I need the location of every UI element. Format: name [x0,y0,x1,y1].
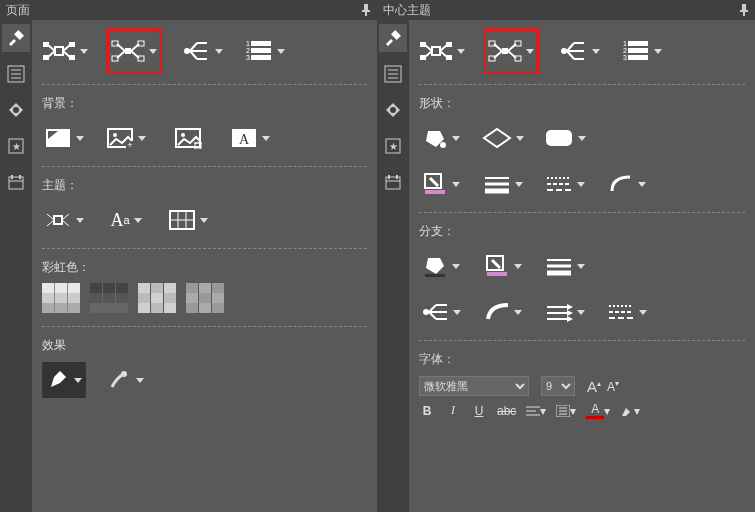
tab-brush[interactable] [379,24,407,52]
layout-map-btn[interactable] [42,33,88,69]
svg-text:1: 1 [246,40,250,47]
theme-layout-btn[interactable] [42,202,86,238]
svg-line-61 [47,220,54,226]
layout-tree-btn[interactable] [180,33,224,69]
svg-line-63 [62,220,69,226]
svg-point-141 [561,48,567,54]
effect-pen-btn[interactable] [42,362,86,398]
tab-paint[interactable] [379,96,407,124]
bg-color-btn[interactable] [42,120,86,156]
svg-rect-89 [151,283,163,293]
rainbow-1[interactable] [42,284,80,312]
svg-rect-2 [365,12,367,16]
svg-rect-107 [742,4,746,11]
background-row: + A [42,120,367,156]
svg-rect-129 [446,42,452,47]
branch-style-btn[interactable] [419,294,463,330]
fill-color-btn[interactable] [419,120,463,156]
tab-star[interactable]: ★ [379,132,407,160]
corner-btn[interactable] [605,166,649,202]
tab-star[interactable]: ★ [2,132,30,160]
rainbow-3[interactable] [138,284,176,312]
branch-border-btn[interactable] [481,248,525,284]
theme-palette-btn[interactable] [166,202,210,238]
font-size-select[interactable]: 9 [541,376,575,396]
titlebar-left: 页面 [0,0,377,20]
layout-radial-btn-selected[interactable] [106,28,162,74]
branch-fill-btn[interactable] [419,248,463,284]
layout-map-btn[interactable] [419,33,465,69]
branch-curve-btn[interactable] [481,294,525,330]
tab-paint[interactable] [2,96,30,124]
svg-rect-88 [138,283,150,293]
svg-rect-109 [743,12,745,16]
pin-icon[interactable] [739,4,749,16]
svg-text:3: 3 [246,54,250,61]
rainbow-4[interactable] [186,284,224,312]
svg-rect-14 [11,175,13,179]
svg-rect-80 [103,283,115,293]
bg-font-btn[interactable]: A [228,120,272,156]
chevron-down-icon [277,49,285,54]
rainbow-2[interactable] [90,284,128,312]
svg-rect-70 [55,283,67,293]
layout-numlist-btn[interactable]: 123 [242,33,286,69]
divider [419,340,745,341]
label-rainbow: 彩虹色： [42,259,367,276]
font-grow-btn[interactable]: A▴ [587,378,601,395]
shape-diamond-btn[interactable] [481,120,525,156]
border-dash-btn[interactable] [543,166,587,202]
tab-calendar[interactable] [2,168,30,196]
svg-rect-131 [446,55,452,60]
shape-roundrect-btn[interactable] [543,120,587,156]
svg-line-130 [440,51,447,57]
chevron-down-icon [516,136,524,141]
svg-rect-151 [628,48,648,53]
chevron-down-icon [136,378,144,383]
label-effect: 效果 [42,337,367,354]
font-color-btn[interactable]: A▾ [586,402,610,419]
tab-list[interactable] [379,60,407,88]
titlebar-right: 中心主题 [377,0,755,20]
svg-marker-156 [484,129,510,147]
layout-numlist-btn[interactable]: 123 [619,33,663,69]
svg-rect-132 [502,48,508,54]
svg-marker-166 [426,258,444,274]
svg-line-177 [429,312,436,319]
border-width-btn[interactable] [481,166,525,202]
bold-btn[interactable]: B [419,404,435,418]
font-shrink-btn[interactable]: A▾ [607,379,619,394]
branch-width-btn[interactable] [543,248,587,284]
font-family-select[interactable]: 微软雅黑 [419,376,529,396]
list-btn[interactable]: ▾ [556,404,576,418]
branch-arrow-btn[interactable] [543,294,587,330]
svg-rect-96 [164,303,176,313]
tab-brush[interactable] [2,24,30,52]
layout-row: 123 [42,28,367,74]
tab-calendar[interactable] [379,168,407,196]
highlight-btn[interactable]: ▾ [620,404,640,418]
layout-tree-btn[interactable] [557,33,601,69]
align-btn[interactable]: ▾ [526,404,546,418]
svg-line-60 [47,214,54,220]
chevron-down-icon [138,136,146,141]
svg-line-35 [190,43,197,51]
svg-rect-18 [43,42,49,47]
layout-radial-btn-selected[interactable] [483,28,539,74]
italic-btn[interactable]: I [445,403,461,418]
svg-rect-77 [68,303,80,313]
layout-row-r: 123 [419,28,745,74]
tab-list[interactable] [2,60,30,88]
pin-icon[interactable] [361,4,371,16]
branch-dash-btn[interactable] [605,294,649,330]
bg-image-btn[interactable]: + [104,120,148,156]
body-right: ★ 123 [377,20,755,512]
border-color-btn[interactable] [419,166,463,202]
strike-btn[interactable]: abc [497,404,516,418]
underline-btn[interactable]: U [471,404,487,418]
svg-rect-123 [432,47,440,55]
theme-font-btn[interactable]: Aa [104,202,148,238]
chevron-down-icon [526,49,534,54]
bg-remove-btn[interactable] [166,120,210,156]
effect-brush-btn[interactable] [104,362,148,398]
